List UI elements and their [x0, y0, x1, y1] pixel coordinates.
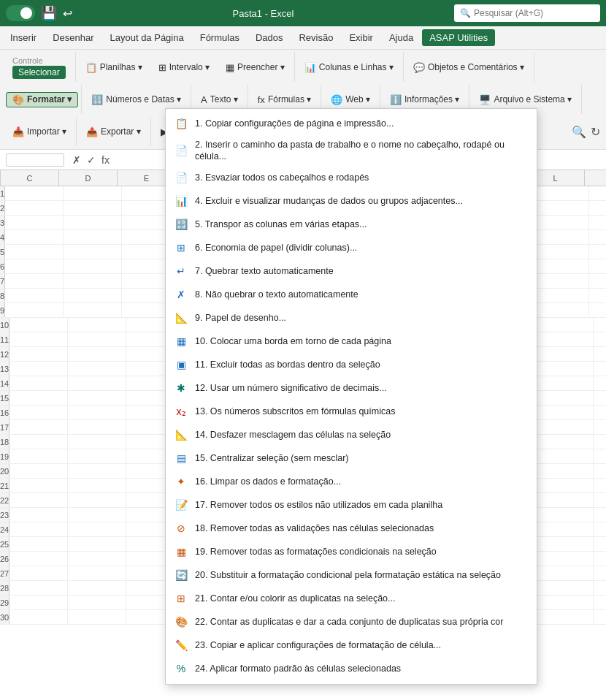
table-cell[interactable]	[531, 245, 589, 259]
table-cell[interactable]	[68, 391, 126, 405]
table-cell[interactable]	[68, 347, 126, 361]
ribbon-arquivo[interactable]: 🖥️Arquivo e Sistema ▾	[472, 92, 578, 107]
dropdown-item[interactable]: 📊4. Excluir e visualizar mudanças de dad…	[166, 190, 537, 213]
table-cell[interactable]	[68, 362, 126, 376]
dropdown-item[interactable]: 📄2. Inserir o caminho da pasta de trabal…	[166, 135, 537, 167]
table-cell[interactable]	[5, 274, 64, 288]
table-cell[interactable]	[64, 245, 122, 259]
table-cell[interactable]	[9, 376, 68, 390]
dropdown-item[interactable]: ▤15. Centralizar seleção (sem mesclar)	[166, 447, 537, 471]
table-cell[interactable]	[9, 391, 68, 405]
autosave-toggle[interactable]	[6, 5, 35, 21]
table-cell[interactable]	[64, 186, 122, 200]
dropdown-item[interactable]: ⊞21. Contar e/ou colorir as duplicatas n…	[166, 587, 537, 611]
dropdown-item[interactable]: ⊘18. Remover todas as validações nas cél…	[166, 517, 537, 541]
dropdown-item[interactable]: 🔡5. Transpor as colunas em várias etapas…	[166, 213, 537, 237]
table-cell[interactable]	[589, 230, 606, 244]
table-cell[interactable]	[589, 186, 606, 200]
ribbon-preencher[interactable]: ▦Preencher ▾	[219, 60, 291, 75]
dropdown-item[interactable]: ✦16. Limpar os dados e formatação...	[166, 471, 537, 494]
ribbon-info[interactable]: ℹ️Informações ▾	[383, 92, 466, 107]
dropdown-item[interactable]: ⊞6. Economia de papel (dividir colunas).…	[166, 237, 537, 260]
table-cell[interactable]	[68, 449, 126, 463]
table-cell[interactable]	[64, 303, 122, 317]
table-cell[interactable]	[5, 186, 64, 200]
table-cell[interactable]	[9, 596, 68, 609]
table-cell[interactable]	[9, 449, 68, 463]
formula-insert-btn[interactable]: fx	[99, 153, 112, 167]
table-cell[interactable]	[531, 186, 589, 200]
table-cell[interactable]	[535, 391, 594, 405]
menu-formulas[interactable]: Fórmulas	[193, 29, 247, 46]
table-cell[interactable]	[5, 289, 64, 303]
ribbon-objetos[interactable]: 💬Objetos e Comentários ▾	[407, 60, 531, 75]
table-cell[interactable]	[594, 332, 606, 346]
table-cell[interactable]	[594, 449, 606, 463]
table-cell[interactable]	[9, 332, 68, 346]
dropdown-item[interactable]: 📋1. Copiar configurações de página e imp…	[166, 112, 537, 135]
table-cell[interactable]	[535, 449, 594, 463]
table-cell[interactable]	[5, 201, 64, 215]
menu-desenhar[interactable]: Desenhar	[45, 29, 101, 46]
table-cell[interactable]	[68, 435, 126, 449]
table-cell[interactable]	[594, 508, 606, 522]
table-cell[interactable]	[9, 566, 68, 580]
table-cell[interactable]	[594, 464, 606, 478]
table-cell[interactable]	[535, 552, 594, 566]
table-cell[interactable]	[9, 464, 68, 478]
table-cell[interactable]	[531, 274, 589, 288]
table-cell[interactable]	[68, 596, 126, 609]
table-cell[interactable]	[535, 332, 594, 346]
table-cell[interactable]	[9, 420, 68, 434]
table-cell[interactable]	[531, 303, 589, 317]
table-cell[interactable]	[594, 610, 606, 624]
table-cell[interactable]	[594, 318, 606, 332]
table-cell[interactable]	[5, 259, 64, 273]
table-cell[interactable]	[64, 230, 122, 244]
table-cell[interactable]	[9, 537, 68, 551]
save-icon[interactable]: 💾	[41, 5, 57, 21]
dropdown-item[interactable]: x₂13. Os números subscritos em fórmulas …	[166, 400, 537, 424]
table-cell[interactable]	[68, 522, 126, 536]
table-cell[interactable]	[535, 508, 594, 522]
ribbon-exportar[interactable]: 📤Exportar ▾	[80, 124, 147, 140]
dropdown-item[interactable]: 📐9. Papel de desenho...	[166, 307, 537, 330]
table-cell[interactable]	[589, 216, 606, 229]
table-cell[interactable]	[9, 406, 68, 419]
table-cell[interactable]	[535, 479, 594, 492]
ribbon-fx[interactable]: fxFórmulas ▾	[251, 92, 318, 107]
table-cell[interactable]	[68, 566, 126, 580]
table-cell[interactable]	[594, 566, 606, 580]
table-cell[interactable]	[594, 391, 606, 405]
table-cell[interactable]	[68, 610, 126, 624]
ribbon-formatar[interactable]: 🎨Formatar ▾	[6, 92, 78, 107]
table-cell[interactable]	[9, 610, 68, 624]
table-cell[interactable]	[64, 289, 122, 303]
table-cell[interactable]	[5, 216, 64, 229]
table-cell[interactable]	[531, 259, 589, 273]
ribbon-intervalo[interactable]: ⊞Intervalo ▾	[152, 60, 216, 75]
table-cell[interactable]	[68, 464, 126, 478]
table-cell[interactable]	[9, 493, 68, 507]
ribbon-search-icon[interactable]: 🔍	[572, 125, 586, 139]
ribbon-planilhas[interactable]: 📋Planilhas ▾	[79, 60, 149, 75]
menu-layout[interactable]: Layout da Página	[103, 29, 191, 46]
table-cell[interactable]	[531, 289, 589, 303]
dropdown-item[interactable]: 🔄20. Substituir a formatação condicional…	[166, 564, 537, 587]
table-cell[interactable]	[64, 216, 122, 229]
table-cell[interactable]	[64, 259, 122, 273]
table-cell[interactable]	[535, 347, 594, 361]
table-cell[interactable]	[594, 435, 606, 449]
dropdown-item[interactable]: 🎨22. Contar as duplicatas e dar a cada c…	[166, 611, 537, 634]
table-cell[interactable]	[594, 347, 606, 361]
table-cell[interactable]	[68, 552, 126, 566]
table-cell[interactable]	[64, 274, 122, 288]
table-cell[interactable]	[594, 420, 606, 434]
table-cell[interactable]	[68, 332, 126, 346]
table-cell[interactable]	[535, 581, 594, 595]
dropdown-item[interactable]: %24. Aplicar formato padrão às células s…	[166, 658, 537, 681]
dropdown-item[interactable]: 📐14. Desfazer mesclagem das células na s…	[166, 424, 537, 447]
table-cell[interactable]	[68, 420, 126, 434]
search-input[interactable]	[474, 8, 591, 18]
table-cell[interactable]	[68, 493, 126, 507]
